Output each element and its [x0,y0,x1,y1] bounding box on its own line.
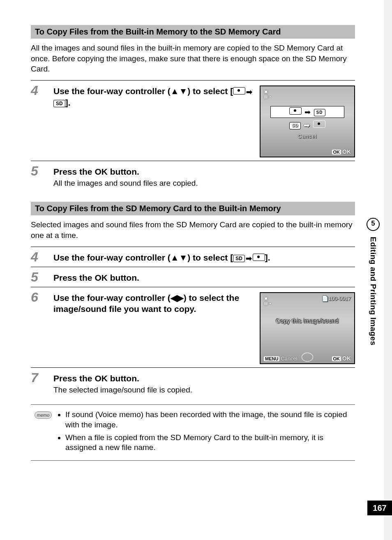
up-down-arrows-icon: ▲▼ [171,85,188,97]
file-number: 📄100-0017 [322,295,351,302]
text: Use the four-way controller ( [53,293,171,302]
step-4b: 4 Use the four-way controller (▲▼) to se… [31,247,355,263]
camera-screen-copy-confirm: ▣▦▫▪ 📄100-0017 Copy this image/sound MEN… [260,292,355,364]
ok-button-label: OK [95,273,108,282]
step-number: 5 [31,164,53,178]
section-header-1: To Copy Files from the Built-in Memory t… [31,25,355,39]
step-5a: 5 Press the OK button. All the images an… [31,161,355,188]
step-number: 7 [31,370,53,384]
memo-box: memo If sound (Voice memo) has been reco… [31,404,355,461]
text: Press the [53,273,95,282]
copy-option-internal-to-sd: ➡ SD [270,106,344,118]
sd-card-icon: SD [53,100,65,107]
right-arrow-icon: ➡ [246,254,252,263]
text: button. [108,167,139,176]
memo-list: If sound (Voice memo) has been recorded … [55,410,355,455]
cancel-option: Cancel [270,132,344,140]
ok-text: OK [342,148,351,155]
ok-text: OK [342,355,351,362]
step-7b: 7 Press the OK button. The selected imag… [31,367,355,395]
ok-badge-icon: OK [332,356,341,361]
text: Use the four-way controller ( [53,86,171,96]
step-title: Use the four-way controller (◀▶) to sele… [53,292,255,315]
step-6b: 6 Use the four-way controller (◀▶) to se… [31,287,355,364]
text: ]. [65,98,71,107]
chapter-title: Editing and Printing Images [369,237,378,346]
manual-page: 5 Editing and Printing Images 167 To Cop… [0,0,392,540]
section-intro-2: Selected images and sound files from the… [31,219,355,240]
ok-hint: OKOK [332,355,351,362]
four-way-icon [302,353,313,362]
section-header-2: To Copy Files from the SD Memory Card to… [31,202,355,215]
ok-button-label: OK [95,374,108,383]
step-number: 4 [31,249,53,263]
menu-badge-icon: MENU [264,356,279,361]
up-down-arrows-icon: ▲▼ [171,253,188,262]
step-title: Press the OK button. [53,373,355,384]
step-number: 5 [31,270,53,284]
step-description: The selected image/sound file is copied. [53,385,355,395]
sd-card-icon: SD [233,255,245,262]
step-title: Use the four-way controller (▲▼) to sele… [53,85,255,108]
step-5b: 5 Press the OK button. [31,267,355,284]
ok-hint: OKOK [332,148,351,155]
text: button. [108,273,139,282]
step-title: Use the four-way controller (▲▼) to sele… [53,252,355,263]
text: Press the [53,374,95,383]
internal-memory-icon [253,254,265,261]
step-title: Press the OK button. [53,272,355,283]
step-description: All the images and sound files are copie… [53,179,355,188]
step-number: 4 [31,83,53,97]
cancel-text: Cancel [281,355,297,362]
step-number: 6 [31,290,53,304]
side-bar-decoration [384,0,392,540]
step-title: Press the OK button. [53,166,355,177]
text: Press the [53,167,95,176]
text: ]. [265,253,270,262]
internal-memory-icon [233,87,245,95]
chapter-tab: 5 Editing and Printing Images [367,218,380,346]
step-4a: 4 Use the four-way controller (▲▼) to se… [31,80,355,157]
memo-item: If sound (Voice memo) has been recorded … [65,410,355,430]
camera-screen-copy-options: ▣▦▫▪ ➡ SD SD ➡ Cancel OKOK [260,85,355,157]
right-arrow-icon: ➡ [246,88,252,97]
text: button. [108,374,139,383]
status-icons: ▣▦▫▪ [264,89,271,99]
ok-button-label: OK [95,167,108,176]
chapter-number: 5 [367,218,380,231]
menu-cancel-hint: MENUCancel [264,355,297,362]
text: Use the four-way controller ( [53,253,171,262]
page-number: 167 [367,501,392,515]
memo-icon: memo [31,410,55,419]
status-icons: ▣▦▫▪ [264,295,271,306]
section-intro-1: All the images and sound files in the bu… [31,43,355,74]
ok-badge-icon: OK [332,150,341,155]
confirm-text: Copy this image/sound [261,318,354,324]
memo-label: memo [35,411,52,419]
memo-item: When a file is copied from the SD Memory… [65,433,355,453]
copy-option-sd-to-internal: SD ➡ [270,120,344,131]
left-right-arrows-icon: ◀▶ [171,293,184,302]
text: ) to select [ [187,86,233,96]
text: ) to select [ [187,253,233,262]
